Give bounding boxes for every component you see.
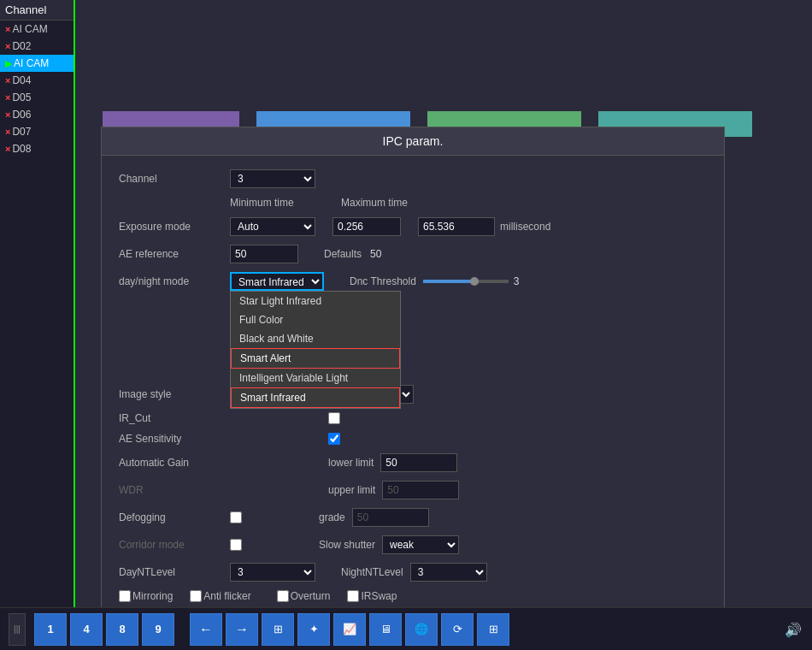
dropdown-item-smartinfrared[interactable]: Smart Infrared — [231, 387, 400, 408]
automatic-gain-label: Automatic Gain — [119, 457, 230, 469]
x-icon: × — [5, 41, 10, 51]
sidebar-item-d06[interactable]: × D06 — [0, 106, 74, 123]
ae-sensitivity-checkbox[interactable] — [328, 433, 340, 445]
defogging-row: Defogging grade — [119, 508, 707, 527]
sidebar-item-label: AI CAM — [12, 23, 47, 35]
channel-row: Channel 3 — [119, 169, 707, 188]
taskbar-btn-8[interactable]: 8 — [106, 613, 138, 646]
ae-reference-row: AE reference Defaults 50 — [119, 245, 707, 263]
anti-flicker-label: Anti flicker — [203, 590, 250, 602]
taskbar-screen-btn[interactable]: 🖥 — [369, 613, 402, 646]
x-icon: × — [5, 24, 10, 34]
lower-limit-input[interactable] — [380, 453, 457, 472]
dropdown-item-smartalert[interactable]: Smart Alert — [231, 348, 400, 369]
automatic-gain-row: Automatic Gain lower limit — [119, 453, 707, 472]
upper-limit-input[interactable] — [382, 481, 459, 499]
taskbar-next-btn[interactable]: → — [226, 613, 258, 646]
dialog-body: Channel 3 Minimum time Maximum time Expo… — [102, 156, 724, 650]
x-icon: × — [5, 144, 10, 154]
taskbar-refresh-btn[interactable]: ⟳ — [441, 613, 474, 646]
taskbar-btn-9[interactable]: 9 — [142, 613, 174, 646]
dropdown-item-bw[interactable]: Black and White — [231, 329, 400, 348]
daynight-dropdown: Star Light Infrared Full Color Black and… — [230, 291, 401, 409]
dnc-slider[interactable]: 3 — [423, 275, 520, 287]
defaults-label: Defaults — [324, 248, 362, 260]
irswap-label: IRSwap — [361, 590, 397, 602]
slow-shutter-select[interactable]: weak — [382, 535, 459, 554]
sidebar: Channel × AI CAM × D02 ▶ AI CAM × D04 × … — [0, 0, 75, 607]
taskbar-chart-btn[interactable]: 📈 — [333, 613, 366, 646]
wdr-label: WDR — [119, 484, 230, 496]
taskbar-prev-btn[interactable]: ← — [190, 613, 222, 646]
grade-label: grade — [319, 511, 345, 523]
exposure-row: Exposure mode Auto millisecond — [119, 217, 707, 236]
taskbar-ptz-btn[interactable]: ✦ — [297, 613, 330, 646]
channel-select[interactable]: 3 — [230, 169, 315, 188]
defogging-checkbox[interactable] — [230, 511, 242, 523]
exposure-select[interactable]: Auto — [230, 217, 315, 236]
taskbar: ||| 1 4 8 9 ← → ⊞ ✦ 📈 🖥 🌐 ⟳ ⊞ 🔊 — [0, 607, 812, 650]
sidebar-item-aicam2[interactable]: ▶ AI CAM — [0, 55, 74, 72]
defaults-value: 50 — [370, 248, 381, 260]
exposure-label: Exposure mode — [119, 221, 230, 233]
daynight-label: day/night mode — [119, 275, 230, 287]
dropdown-item-starlight[interactable]: Star Light Infrared — [231, 292, 400, 310]
sidebar-item-label: D08 — [12, 143, 31, 155]
mirroring-checkbox[interactable] — [119, 590, 131, 602]
sidebar-item-d02[interactable]: × D02 — [0, 38, 74, 55]
taskbar-btn-1[interactable]: 1 — [34, 613, 67, 646]
volume-icon[interactable]: 🔊 — [785, 622, 802, 638]
mirroring-row: Mirroring Anti flicker Overturn IRSwap — [119, 590, 707, 602]
dropdown-item-intelligent[interactable]: Intelligent Variable Light — [231, 369, 400, 387]
taskbar-grid-btn[interactable]: ⊞ — [262, 613, 294, 646]
slider-track[interactable] — [423, 280, 509, 283]
sidebar-item-label: D06 — [12, 109, 31, 121]
dialog-title: IPC param. — [102, 127, 724, 156]
daynt-select[interactable]: 3 — [230, 563, 315, 582]
image-style-row: Image style automatic — [119, 385, 707, 404]
sidebar-item-d07[interactable]: × D07 — [0, 123, 74, 140]
taskbar-btn-4[interactable]: 4 — [70, 613, 103, 646]
sidebar-item-label: D02 — [12, 40, 31, 52]
ae-sensitivity-label: AE Sensitivity — [119, 433, 230, 445]
min-time-input[interactable] — [332, 217, 401, 236]
taskbar-network-btn[interactable]: 🌐 — [405, 613, 438, 646]
ir-cut-checkbox[interactable] — [328, 412, 340, 424]
anti-flicker-checkbox[interactable] — [190, 590, 202, 602]
nightnt-select[interactable]: 3 — [410, 563, 487, 582]
sidebar-item-d05[interactable]: × D05 — [0, 89, 74, 106]
dropdown-item-fullcolor[interactable]: Full Color — [231, 310, 400, 329]
ae-sensitivity-row: AE Sensitivity — [119, 433, 707, 445]
ipc-param-dialog: IPC param. Channel 3 Minimum time Maximu… — [101, 127, 725, 650]
channel-label: Channel — [119, 173, 230, 185]
arrow-icon: ▶ — [5, 58, 12, 69]
overturn-label: Overturn — [291, 590, 331, 602]
corridor-label: Corridor mode — [119, 539, 230, 551]
sidebar-item-label: AI CAM — [14, 57, 49, 69]
dnc-value: 3 — [514, 275, 520, 287]
defogging-label: Defogging — [119, 511, 230, 523]
sidebar-item-d04[interactable]: × D04 — [0, 72, 74, 89]
dnc-label: Dnc Threshold — [350, 275, 416, 287]
sidebar-item-aicam1[interactable]: × AI CAM — [0, 21, 74, 38]
taskbar-qr-btn[interactable]: ⊞ — [477, 613, 509, 646]
irswap-checkbox[interactable] — [347, 590, 359, 602]
mirroring-label: Mirroring — [132, 590, 173, 602]
overturn-checkbox[interactable] — [277, 590, 289, 602]
x-icon: × — [5, 109, 10, 120]
taskbar-edge[interactable]: ||| — [9, 613, 26, 646]
slider-thumb[interactable] — [470, 277, 479, 286]
sidebar-item-d08[interactable]: × D08 — [0, 140, 74, 157]
lower-limit-label: lower limit — [328, 457, 374, 469]
daynight-select[interactable]: Smart Infrared — [230, 272, 324, 291]
daynight-row: day/night mode Smart Infrared Dnc Thresh… — [119, 272, 707, 291]
sidebar-header: Channel — [0, 0, 74, 21]
daynt-row: DayNTLevel 3 NightNTLevel 3 — [119, 563, 707, 582]
slow-shutter-label: Slow shutter — [319, 539, 375, 551]
x-icon: × — [5, 75, 10, 86]
grade-input[interactable] — [352, 508, 429, 527]
ms-label: millisecond — [500, 221, 550, 233]
corridor-checkbox[interactable] — [230, 539, 242, 551]
ae-reference-input[interactable] — [230, 245, 298, 263]
max-time-input[interactable] — [418, 217, 495, 236]
